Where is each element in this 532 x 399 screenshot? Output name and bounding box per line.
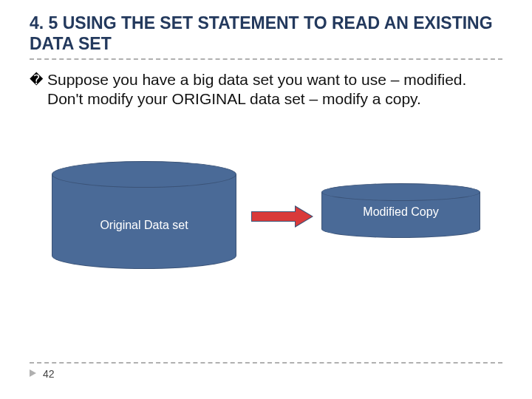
body-paragraph: � Suppose you have a big data set you wa… <box>30 70 502 109</box>
slide: 4. 5 USING THE SET STATEMENT TO READ AN … <box>0 0 532 399</box>
bullet-icon: � <box>30 70 43 109</box>
cylinder-original-label: Original Data set <box>52 219 236 232</box>
page-marker-icon <box>30 369 36 377</box>
body-text: Suppose you have a big data set you want… <box>47 70 502 109</box>
cylinder-original-top <box>52 161 236 188</box>
cylinder-copy-top <box>321 183 480 201</box>
page-number: 42 <box>43 368 55 380</box>
footer-divider <box>30 362 502 364</box>
cylinder-copy-label: Modified Copy <box>321 205 480 219</box>
title-divider <box>30 58 502 60</box>
slide-title: 4. 5 USING THE SET STATEMENT TO READ AN … <box>30 13 502 54</box>
diagram: Original Data set Modified Copy <box>30 161 502 309</box>
arrow-icon <box>251 207 314 226</box>
